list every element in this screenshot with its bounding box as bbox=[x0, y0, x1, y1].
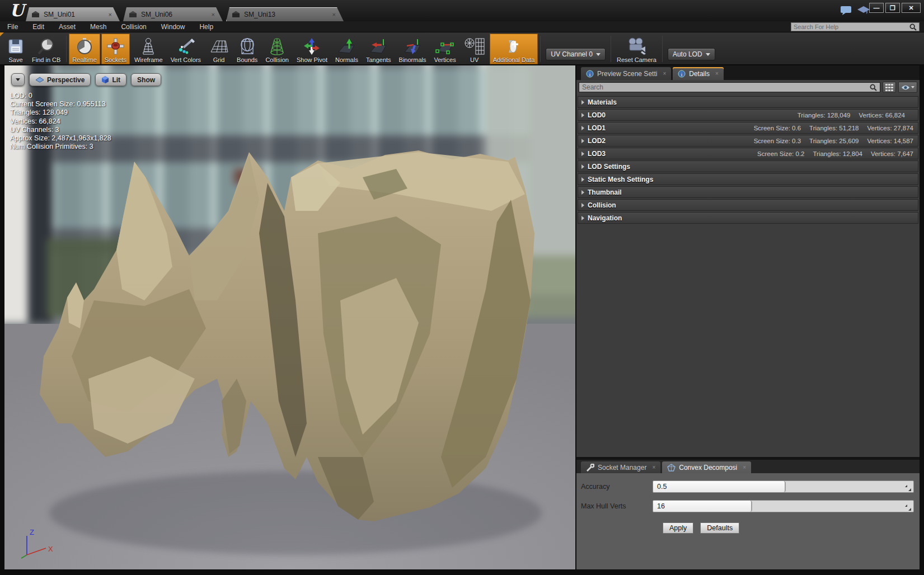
asset-tab-label: SM_Uni06 bbox=[141, 11, 172, 18]
details-row-lod-settings[interactable]: LOD Settings bbox=[578, 161, 918, 172]
feedback-chat-icon[interactable] bbox=[840, 6, 852, 15]
close-icon[interactable]: × bbox=[332, 11, 336, 18]
stat-collision-primitives: Num Collision Primitives: 3 bbox=[10, 143, 111, 151]
expander-icon[interactable] bbox=[581, 203, 584, 208]
realtime-toggle-button[interactable]: Realtime bbox=[69, 34, 100, 64]
uv-toggle-button[interactable]: UV bbox=[461, 34, 489, 64]
uv-channel-dropdown[interactable]: UV Channel 0 bbox=[546, 48, 606, 60]
perspective-button[interactable]: Perspective bbox=[29, 73, 91, 86]
max-hull-verts-slider[interactable]: 16 bbox=[653, 500, 914, 512]
viewport-options-dropdown[interactable] bbox=[11, 73, 25, 86]
menu-window[interactable]: Window bbox=[154, 21, 193, 32]
help-search-input[interactable]: Search For Help bbox=[791, 22, 920, 31]
expander-icon[interactable] bbox=[581, 164, 584, 169]
accuracy-field: Accuracy 0.5 bbox=[581, 480, 914, 493]
wireframe-toggle-button[interactable]: Wireframe bbox=[131, 34, 166, 64]
expander-icon[interactable] bbox=[581, 100, 584, 105]
restore-button[interactable]: ❐ bbox=[885, 3, 900, 13]
tab-details[interactable]: i Details × bbox=[673, 67, 724, 80]
expander-icon[interactable] bbox=[581, 190, 584, 195]
show-menu-button[interactable]: Show bbox=[131, 73, 161, 86]
resize-grip-icon[interactable] bbox=[905, 483, 911, 493]
reset-camera-button[interactable]: Reset Camera bbox=[613, 34, 660, 64]
close-icon[interactable]: × bbox=[743, 464, 746, 470]
close-icon[interactable]: × bbox=[715, 70, 719, 77]
details-row-lod0[interactable]: LOD0 Triangles: 128,049Vertices: 66,824 bbox=[578, 109, 918, 121]
close-icon[interactable]: × bbox=[652, 464, 655, 470]
static-mesh-icon bbox=[31, 11, 40, 18]
auto-lod-dropdown[interactable]: Auto LOD bbox=[668, 48, 715, 60]
details-search-placeholder: Search bbox=[582, 83, 870, 91]
perspective-icon bbox=[35, 77, 44, 83]
expander-icon[interactable] bbox=[581, 113, 584, 117]
expander-icon[interactable] bbox=[581, 126, 584, 130]
expander-icon[interactable] bbox=[581, 216, 584, 220]
title-bar: U SM_Uni01 × SM_Uni06 × SM_Uni13 × bbox=[0, 0, 924, 21]
vertices-toggle-button[interactable]: Vertices bbox=[431, 34, 459, 64]
menu-edit[interactable]: Edit bbox=[25, 21, 51, 32]
details-row-collision[interactable]: Collision bbox=[578, 199, 918, 211]
asset-tab-sm-uni13[interactable]: SM_Uni13 × bbox=[226, 7, 344, 21]
property-matrix-button[interactable] bbox=[883, 82, 896, 93]
resize-grip-icon[interactable] bbox=[905, 503, 911, 512]
close-icon[interactable]: × bbox=[663, 70, 666, 77]
binormals-arrow-icon bbox=[402, 36, 423, 56]
row-meta: Triangles: 25,609 bbox=[809, 138, 859, 144]
details-rows: Materials LOD0 Triangles: 128,049Vertice… bbox=[576, 95, 920, 225]
details-row-static-mesh-settings[interactable]: Static Mesh Settings bbox=[578, 173, 918, 185]
menu-collision[interactable]: Collision bbox=[114, 21, 153, 32]
binormals-toggle-button[interactable]: Binormals bbox=[396, 34, 430, 64]
details-row-lod3[interactable]: LOD3 Screen Size: 0.2Triangles: 12,804Ve… bbox=[578, 148, 918, 159]
stat-uv-channels: UV Channels: 3 bbox=[10, 126, 111, 134]
wireframe-pawn-icon bbox=[140, 36, 156, 56]
tab-preview-scene-settings[interactable]: i Preview Scene Setti × bbox=[581, 67, 671, 80]
close-button[interactable]: ✕ bbox=[902, 3, 921, 13]
apply-button[interactable]: Apply bbox=[663, 522, 693, 534]
menu-mesh[interactable]: Mesh bbox=[83, 21, 114, 32]
lit-mode-button[interactable]: Lit bbox=[95, 73, 126, 86]
asset-tab-sm-uni01[interactable]: SM_Uni01 × bbox=[26, 7, 120, 21]
details-row-materials[interactable]: Materials bbox=[578, 96, 918, 108]
tab-socket-manager[interactable]: Socket Manager × bbox=[581, 461, 660, 473]
asset-tab-sm-uni06[interactable]: SM_Uni06 × bbox=[123, 7, 223, 21]
vert-colors-toggle-button[interactable]: Vert Colors bbox=[167, 34, 204, 64]
view-options-button[interactable] bbox=[898, 82, 917, 93]
details-search-input[interactable]: Search bbox=[579, 82, 880, 92]
expander-icon[interactable] bbox=[581, 139, 584, 143]
close-icon[interactable]: × bbox=[109, 11, 112, 18]
tangents-toggle-button[interactable]: Tangents bbox=[363, 34, 395, 64]
details-row-lod1[interactable]: LOD1 Screen Size: 0.6Triangles: 51,218Ve… bbox=[578, 122, 918, 134]
minimize-button[interactable]: — bbox=[869, 3, 884, 13]
normals-toggle-button[interactable]: Normals bbox=[332, 34, 362, 64]
search-icon bbox=[909, 23, 917, 31]
collision-toggle-button[interactable]: Collision bbox=[262, 34, 292, 64]
accuracy-value[interactable]: 0.5 bbox=[653, 483, 667, 491]
details-tab-bar: i Preview Scene Setti × i Details × bbox=[576, 65, 920, 80]
right-panel: i Preview Scene Setti × i Details × Sear… bbox=[576, 65, 920, 569]
tab-convex-decomposition[interactable]: Convex Decomposi × bbox=[662, 461, 751, 473]
show-pivot-toggle-button[interactable]: Show Pivot bbox=[293, 34, 331, 64]
3d-viewport[interactable]: Perspective Lit Show LOD: 0 Current Scre… bbox=[4, 65, 575, 569]
details-row-lod2[interactable]: LOD2 Screen Size: 0.3Triangles: 25,609Ve… bbox=[578, 135, 918, 147]
sockets-toggle-button[interactable]: Sockets bbox=[101, 34, 130, 64]
max-hull-verts-value[interactable]: 16 bbox=[653, 502, 665, 510]
grid-toggle-button[interactable]: Grid bbox=[205, 34, 232, 64]
additional-data-icon bbox=[504, 36, 523, 56]
defaults-button[interactable]: Defaults bbox=[700, 522, 739, 534]
additional-data-toggle-button[interactable]: Additional Data bbox=[490, 34, 538, 64]
menu-help[interactable]: Help bbox=[192, 21, 221, 32]
vertices-icon bbox=[435, 36, 454, 56]
help-search-placeholder: Search For Help bbox=[794, 23, 909, 30]
find-in-cb-button[interactable]: Find in CB bbox=[29, 34, 64, 64]
menu-asset[interactable]: Asset bbox=[51, 21, 83, 32]
expander-icon[interactable] bbox=[581, 177, 584, 182]
accuracy-slider[interactable]: 0.5 bbox=[653, 480, 914, 493]
save-button[interactable]: Save bbox=[4, 34, 27, 64]
expander-icon[interactable] bbox=[581, 152, 584, 156]
close-icon[interactable]: × bbox=[212, 11, 215, 18]
details-row-navigation[interactable]: Navigation bbox=[578, 212, 918, 224]
bounds-toggle-button[interactable]: Bounds bbox=[233, 34, 261, 64]
tutorials-graduation-cap-icon[interactable] bbox=[857, 6, 870, 16]
menu-file[interactable]: File bbox=[0, 21, 25, 32]
details-row-thumbnail[interactable]: Thumbnail bbox=[578, 186, 918, 198]
